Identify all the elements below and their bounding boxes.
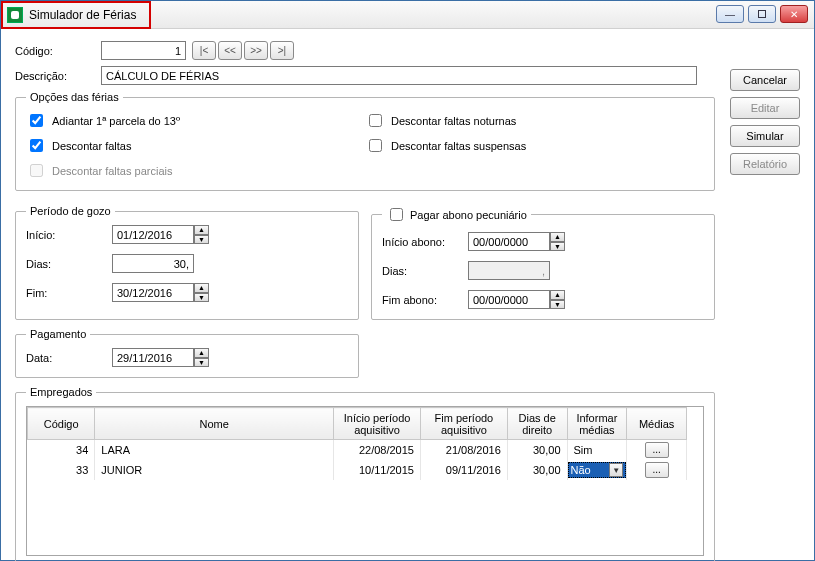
nav-next-button[interactable]: >> xyxy=(244,41,268,60)
chevron-down-icon[interactable]: ▼ xyxy=(609,463,623,477)
adiantar-13-check-input[interactable] xyxy=(30,114,43,127)
nav-first-button[interactable]: |< xyxy=(192,41,216,60)
cell-codigo: 34 xyxy=(28,440,95,461)
pagar-abono-checkbox[interactable] xyxy=(390,208,403,221)
col-medias[interactable]: Médias xyxy=(627,408,687,440)
nav-last-button[interactable]: >| xyxy=(270,41,294,60)
cell-fim: 21/08/2016 xyxy=(420,440,507,461)
pagamento-group: Pagamento Data: ▲▼ xyxy=(15,328,359,378)
empregados-legend: Empregados xyxy=(26,386,96,398)
cell-medias: ... xyxy=(627,460,687,480)
descontar-noturnas-check-input[interactable] xyxy=(369,114,382,127)
table-header-row: Código Nome Início período aquisitivo Fi… xyxy=(28,408,687,440)
maximize-button[interactable] xyxy=(748,5,776,23)
opcoes-ferias-group: Opções das férias Adiantar 1ª parcela do… xyxy=(15,91,715,191)
close-button[interactable]: ✕ xyxy=(780,5,808,23)
abono-legend[interactable]: Pagar abono pecuniário xyxy=(382,205,531,224)
cell-fim: 09/11/2016 xyxy=(420,460,507,480)
inicio-abono-down[interactable]: ▼ xyxy=(550,242,565,252)
pagamento-data-input[interactable] xyxy=(112,348,194,367)
fim-abono-down[interactable]: ▼ xyxy=(550,300,565,310)
adiantar-13-checkbox[interactable]: Adiantar 1ª parcela do 13º xyxy=(26,111,365,130)
inicio-down[interactable]: ▼ xyxy=(194,235,209,245)
window: Simulador de Férias — ✕ Código: |< << >>… xyxy=(0,0,815,561)
col-nome[interactable]: Nome xyxy=(95,408,334,440)
dias-abono-label: Dias: xyxy=(382,265,468,277)
col-ini[interactable]: Início período aquisitivo xyxy=(334,408,421,440)
inicio-input[interactable] xyxy=(112,225,194,244)
descontar-faltas-checkbox[interactable]: Descontar faltas xyxy=(26,136,365,155)
descontar-faltas-check-input[interactable] xyxy=(30,139,43,152)
cell-informar-active[interactable]: Não▼ xyxy=(567,460,627,480)
col-fim[interactable]: Fim período aquisitivo xyxy=(420,408,507,440)
inicio-up[interactable]: ▲ xyxy=(194,225,209,235)
simular-button[interactable]: Simular xyxy=(730,125,800,147)
descontar-suspensas-checkbox[interactable]: Descontar faltas suspensas xyxy=(365,136,704,155)
inicio-abono-up[interactable]: ▲ xyxy=(550,232,565,242)
dias-abono-input xyxy=(468,261,550,280)
periodo-legend: Período de gozo xyxy=(26,205,115,217)
periodo-gozo-group: Período de gozo Início: ▲▼ Dias: Fim: ▲▼ xyxy=(15,205,359,320)
col-informar[interactable]: Informar médias xyxy=(567,408,627,440)
cell-dias: 30,00 xyxy=(507,460,567,480)
cell-nome: JUNIOR xyxy=(95,460,334,480)
table-row[interactable]: 33 JUNIOR 10/11/2015 09/11/2016 30,00 Nã… xyxy=(28,460,687,480)
abono-group: Pagar abono pecuniário Início abono: ▲▼ … xyxy=(371,205,715,320)
nav-prev-button[interactable]: << xyxy=(218,41,242,60)
editar-button: Editar xyxy=(730,97,800,119)
fim-abono-up[interactable]: ▲ xyxy=(550,290,565,300)
descontar-parciais-check-input xyxy=(30,164,43,177)
dias-label: Dias: xyxy=(26,258,112,270)
empregados-table-wrap: Código Nome Início período aquisitivo Fi… xyxy=(26,406,704,556)
data-down[interactable]: ▼ xyxy=(194,358,209,368)
cell-ini: 22/08/2015 xyxy=(334,440,421,461)
descontar-parciais-checkbox: Descontar faltas parciais xyxy=(26,161,365,180)
minimize-button[interactable]: — xyxy=(716,5,744,23)
medias-button[interactable]: ... xyxy=(645,462,669,478)
cell-ini: 10/11/2015 xyxy=(334,460,421,480)
fim-label: Fim: xyxy=(26,287,112,299)
relatorio-button: Relatório xyxy=(730,153,800,175)
fim-up[interactable]: ▲ xyxy=(194,283,209,293)
descontar-suspensas-check-input[interactable] xyxy=(369,139,382,152)
codigo-input[interactable] xyxy=(101,41,186,60)
col-dias[interactable]: Dias de direito xyxy=(507,408,567,440)
window-title: Simulador de Férias xyxy=(29,8,136,22)
cell-codigo: 33 xyxy=(28,460,95,480)
table-row[interactable]: 34 LARA 22/08/2015 21/08/2016 30,00 Sim … xyxy=(28,440,687,461)
descricao-input[interactable] xyxy=(101,66,697,85)
inicio-abono-label: Início abono: xyxy=(382,236,468,248)
inicio-abono-input[interactable] xyxy=(468,232,550,251)
main-left: Código: |< << >> >| Descrição: Opções da… xyxy=(15,41,715,561)
fim-abono-input[interactable] xyxy=(468,290,550,309)
side-buttons: Cancelar Editar Simular Relatório xyxy=(730,69,800,175)
codigo-label: Código: xyxy=(15,45,101,57)
record-nav: |< << >> >| xyxy=(190,41,294,60)
descricao-label: Descrição: xyxy=(15,70,101,82)
empregados-table: Código Nome Início período aquisitivo Fi… xyxy=(27,407,687,480)
fim-abono-label: Fim abono: xyxy=(382,294,468,306)
opcoes-legend: Opções das férias xyxy=(26,91,123,103)
data-label: Data: xyxy=(26,352,112,364)
fim-input[interactable] xyxy=(112,283,194,302)
dias-input[interactable] xyxy=(112,254,194,273)
cell-medias: ... xyxy=(627,440,687,461)
inicio-label: Início: xyxy=(26,229,112,241)
maximize-icon xyxy=(758,10,766,18)
cell-dias: 30,00 xyxy=(507,440,567,461)
col-codigo[interactable]: Código xyxy=(28,408,95,440)
descontar-noturnas-checkbox[interactable]: Descontar faltas noturnas xyxy=(365,111,704,130)
app-icon xyxy=(7,7,23,23)
cell-nome: LARA xyxy=(95,440,334,461)
window-controls: — ✕ xyxy=(716,5,808,23)
pagamento-legend: Pagamento xyxy=(26,328,90,340)
cancelar-button[interactable]: Cancelar xyxy=(730,69,800,91)
client-area: Código: |< << >> >| Descrição: Opções da… xyxy=(1,29,814,560)
medias-button[interactable]: ... xyxy=(645,442,669,458)
fim-down[interactable]: ▼ xyxy=(194,293,209,303)
cell-informar[interactable]: Sim xyxy=(567,440,627,461)
data-up[interactable]: ▲ xyxy=(194,348,209,358)
titlebar: Simulador de Férias — ✕ xyxy=(1,1,814,29)
empregados-group: Empregados Código Nome Início período aq… xyxy=(15,386,715,561)
